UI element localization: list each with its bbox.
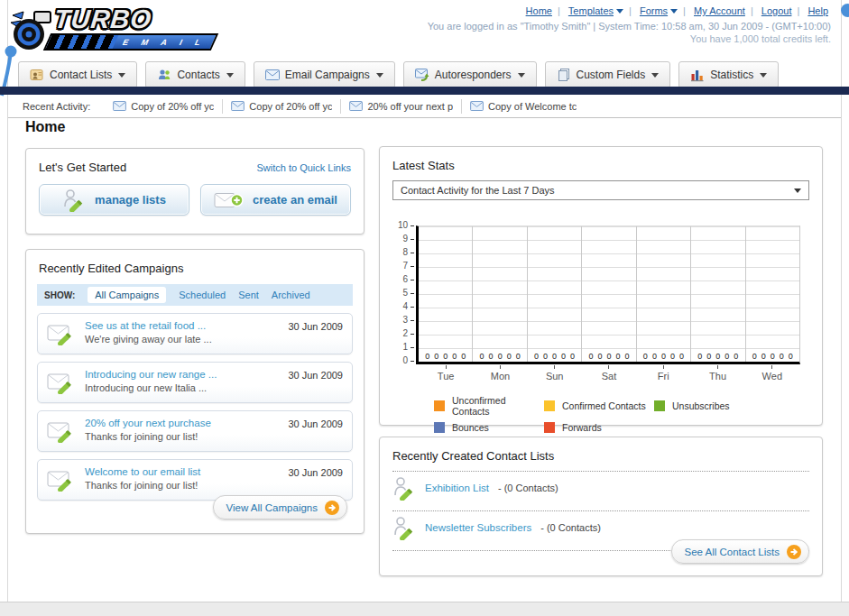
envelope-icon xyxy=(470,101,484,111)
person-pencil-icon xyxy=(392,475,416,501)
latest-stats-title: Latest Stats xyxy=(380,147,822,172)
tab-custom-fields[interactable]: Custom Fields xyxy=(545,61,671,88)
chart-day-group: 00000 xyxy=(582,226,636,362)
contact-list-name-link[interactable]: Newsletter Subscribers xyxy=(425,522,531,533)
recent-activity-text: Copy of 20% off yc xyxy=(249,101,332,112)
x-tick-label: Sat xyxy=(582,364,636,382)
recent-activity-item[interactable]: Copy of 20% off yc xyxy=(223,99,341,114)
campaign-date: 30 Jun 2009 xyxy=(288,321,343,332)
filter-archived[interactable]: Archived xyxy=(272,290,310,300)
contact-activity-chart: 012345678910 000000000000000000000000000… xyxy=(392,225,800,433)
app-logo[interactable]: TURBO E M A I L xyxy=(9,3,218,53)
legend-item: Bounces xyxy=(434,422,544,433)
manage-lists-button[interactable]: manage lists xyxy=(39,184,189,216)
contact-lists-title: Recently Created Contact Lists xyxy=(380,437,822,463)
chart-values: 00000 xyxy=(419,352,472,361)
tab-label: Contacts xyxy=(177,69,219,81)
separator xyxy=(680,5,688,16)
create-email-button[interactable]: create an email xyxy=(200,184,351,216)
chart-day-group: 00000 xyxy=(528,226,582,362)
top-link-my-account[interactable]: My Account xyxy=(694,5,745,16)
y-tick-label: 2 xyxy=(402,329,414,338)
campaign-item[interactable]: 20% off your next purchase Thanks for jo… xyxy=(37,410,353,452)
y-tick-label: 3 xyxy=(402,316,414,325)
legend-item: Forwards xyxy=(544,422,654,433)
tab-label: Contact Lists xyxy=(50,69,112,81)
tab-label: Custom Fields xyxy=(577,69,646,81)
envelope-pencil-icon xyxy=(47,322,76,345)
legend-label: Bounces xyxy=(452,422,489,433)
arrow-right-icon xyxy=(325,501,339,515)
top-link-help[interactable]: Help xyxy=(807,5,828,16)
switch-quick-links-link[interactable]: Switch to Quick Links xyxy=(256,162,351,173)
recent-activity-item[interactable]: Copy of 20% off yc xyxy=(105,99,223,114)
see-all-contact-lists-button[interactable]: See All Contact Lists xyxy=(671,539,809,564)
chart-day-group: 00000 xyxy=(473,226,527,362)
recent-activity-text: Copy of Welcome tc xyxy=(488,101,577,112)
page-title: Home xyxy=(25,119,65,135)
tab-label: Autoresponders xyxy=(435,69,512,81)
contacts-icon xyxy=(157,68,171,82)
tab-contact-lists[interactable]: Contact Lists xyxy=(18,61,137,88)
top-link-templates[interactable]: Templates xyxy=(568,5,623,16)
filter-scheduled[interactable]: Scheduled xyxy=(179,290,226,300)
y-tick-label: 6 xyxy=(402,275,414,284)
stats-period-value: Contact Activity for the Last 7 Days xyxy=(401,185,555,196)
campaign-item[interactable]: See us at the retail food ... We're givi… xyxy=(37,313,353,354)
campaign-subtitle: Thanks for joining our list! xyxy=(85,480,198,491)
filter-all-campaigns[interactable]: All Campaigns xyxy=(88,287,166,303)
contact-lists-icon xyxy=(30,68,44,82)
statistics-icon xyxy=(690,68,705,82)
chevron-down-icon xyxy=(518,73,525,78)
contact-list-name-link[interactable]: Exhibition List xyxy=(425,483,489,493)
campaign-title-link[interactable]: Introducing our new range ... xyxy=(85,369,217,380)
see-all-contact-lists-label: See All Contact Lists xyxy=(685,547,780,557)
tab-statistics[interactable]: Statistics xyxy=(678,61,779,88)
y-tick-label: 0 xyxy=(402,356,414,365)
x-tick-label: Fri xyxy=(636,364,690,382)
chart-day-group: 00000 xyxy=(637,226,691,362)
recent-activity-item[interactable]: Copy of Welcome tc xyxy=(462,99,585,114)
chevron-down-icon xyxy=(651,73,659,78)
x-tick-label: Thu xyxy=(690,364,744,382)
chart-values: 00000 xyxy=(473,352,526,361)
y-tick-label: 5 xyxy=(402,289,414,298)
campaign-item[interactable]: Introducing our new range ... Introducin… xyxy=(37,362,353,403)
chart-legend: Unconfirmed ContactsConfirmed ContactsUn… xyxy=(434,395,800,433)
legend-label: Confirmed Contacts xyxy=(562,400,646,411)
campaign-subtitle: Thanks for joining our list! xyxy=(85,431,198,442)
chart-values: 00000 xyxy=(691,352,744,361)
top-nav: Home Templates Forms My Account Logout H… xyxy=(428,5,831,16)
nav-accent-bar xyxy=(0,87,849,95)
chart-values: 00000 xyxy=(637,352,690,361)
logo-email-bar: E M A I L xyxy=(43,33,218,51)
filter-sent[interactable]: Sent xyxy=(238,290,259,300)
page-footer xyxy=(0,602,849,616)
top-link-logout[interactable]: Logout xyxy=(761,5,792,16)
contact-list-item[interactable]: Exhibition List - (0 Contacts) xyxy=(380,472,822,502)
top-link-forms[interactable]: Forms xyxy=(640,5,678,16)
credits-text: You have 1,000 total credits left. xyxy=(428,33,831,44)
envelope-pencil-icon xyxy=(47,419,76,443)
chevron-down-icon xyxy=(118,73,125,78)
campaigns-panel: Recently Edited Campaigns SHOW: All Camp… xyxy=(25,249,365,534)
campaign-title-link[interactable]: See us at the retail food ... xyxy=(85,320,206,331)
y-tick-label: 4 xyxy=(402,302,414,311)
contact-list-item[interactable]: Newsletter Subscribers - (0 Contacts) xyxy=(380,511,822,542)
recent-activity-item[interactable]: 20% off your next p xyxy=(341,99,462,114)
tab-autoresponders[interactable]: Autoresponders xyxy=(403,61,537,88)
tab-label: Email Campaigns xyxy=(285,69,370,81)
recent-activity-text: Copy of 20% off yc xyxy=(131,101,214,112)
tab-email-campaigns[interactable]: Email Campaigns xyxy=(254,61,395,88)
tab-contacts[interactable]: Contacts xyxy=(145,61,245,88)
arrow-right-icon xyxy=(787,545,801,559)
campaign-title-link[interactable]: Welcome to our email list xyxy=(85,466,200,477)
campaign-title-link[interactable]: 20% off your next purchase xyxy=(85,418,211,428)
main-nav: Contact Lists Contacts Email Campaigns A… xyxy=(18,61,779,88)
stats-period-select[interactable]: Contact Activity for the Last 7 Days xyxy=(392,180,809,200)
view-all-campaigns-button[interactable]: View All Campaigns xyxy=(213,495,347,519)
chevron-down-icon xyxy=(226,73,234,78)
top-link-home[interactable]: Home xyxy=(526,5,552,16)
envelope-icon xyxy=(113,101,126,111)
legend-item: Unconfirmed Contacts xyxy=(434,395,544,417)
